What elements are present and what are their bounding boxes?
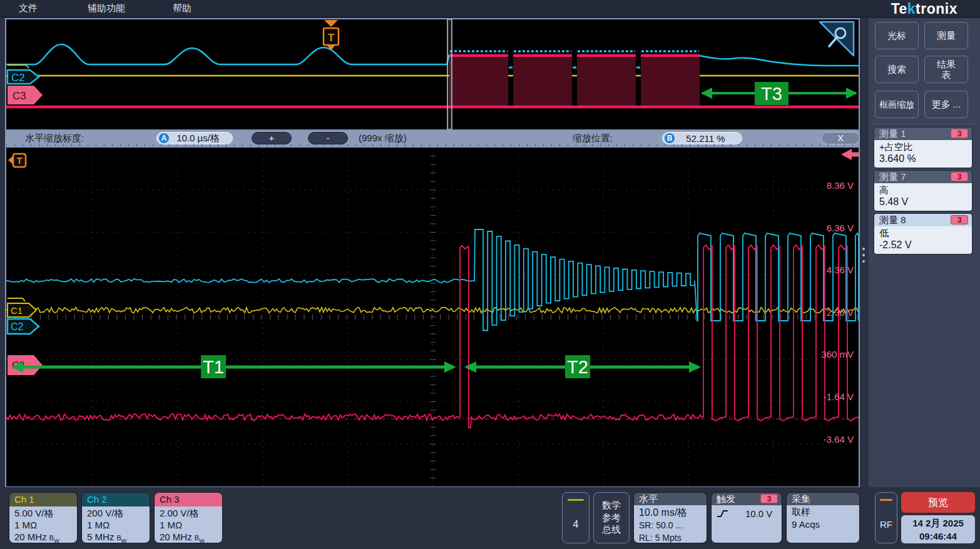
measurement-name: 高 xyxy=(879,184,967,196)
ch1-label-text: C1 xyxy=(11,305,23,316)
rf-button[interactable]: RF xyxy=(875,492,897,543)
ch2-bandwidth-value: 5 MHz xyxy=(87,531,114,542)
ch3-badge[interactable]: Ch 3 2.00 V/格 1 MΩ 20 MHz BW xyxy=(154,492,223,543)
ch1-scale: 5.00 V/格 xyxy=(14,507,77,519)
panel-splitter-handle[interactable] xyxy=(862,248,866,266)
ch2-bandwidth: 5 MHz BW xyxy=(87,531,150,543)
overview-waveform-panel[interactable]: T T3 C2 C3 xyxy=(5,18,860,131)
overview-trigger-marker[interactable]: T xyxy=(324,20,339,51)
preview-button[interactable]: 预览 xyxy=(901,492,975,513)
knob-a-icon: A xyxy=(159,133,169,143)
ch3-trace xyxy=(6,245,859,428)
measurement-title: 测量 7 3 xyxy=(874,171,972,183)
logo-text: tronix xyxy=(916,1,957,17)
source-channel-badge: 3 xyxy=(951,129,968,138)
menu-bar: 文件 辅助功能 帮助 xyxy=(0,0,980,18)
overview-ch2-label[interactable]: C2 xyxy=(8,70,39,84)
math-ref-bus-button[interactable]: 数学 参考 总线 xyxy=(593,492,630,543)
measurement-title-text: 测量 7 xyxy=(879,171,906,182)
more-button[interactable]: 更多 ... xyxy=(924,91,968,118)
zoom-position-knob[interactable]: B 52.211 % xyxy=(662,132,742,144)
ch3-bandwidth-value: 20 MHz xyxy=(160,531,192,542)
bw-icon: B xyxy=(117,534,121,541)
main-ch3-label[interactable]: C3 xyxy=(8,355,43,375)
sample-rate: SR: 50.0 ... xyxy=(639,519,707,531)
measurement-value: 5.48 V xyxy=(879,196,967,208)
measurement-title: 测量 1 3 xyxy=(874,128,972,140)
date-text: 14 2月 2025 xyxy=(901,516,975,530)
measure-button[interactable]: 测量 xyxy=(924,22,968,49)
overview-ch2-trace-decay xyxy=(700,56,859,66)
overview-ch3-label[interactable]: C3 xyxy=(8,86,43,104)
axis-label: -3.64 V xyxy=(804,434,854,445)
ch1-bandwidth: 20 MHz BW xyxy=(14,531,77,543)
trigger-badge[interactable]: 触发 3 10.0 V xyxy=(711,492,782,543)
rf-indicator xyxy=(880,499,892,501)
menu-utility[interactable]: 辅助功能 xyxy=(88,3,125,14)
acquisition-mode: 取样 xyxy=(792,506,859,518)
measurement-badge-7[interactable]: 测量 7 3 高 5.48 V xyxy=(874,170,972,211)
ch1-badge[interactable]: Ch 1 5.00 V/格 1 MΩ 20 MHz BW xyxy=(9,492,78,543)
results-table-button[interactable]: 结果 表 xyxy=(924,56,968,83)
overview-svg: T T3 C2 C3 xyxy=(6,19,859,129)
t3-annotation: T3 xyxy=(701,82,857,105)
horizontal-body: 10.0 ms/格 SR: 50.0 ... RL: 5 Mpts xyxy=(634,505,707,543)
trigger-position-arrow[interactable] xyxy=(841,149,859,160)
ch2-badge-body: 200 V/格 1 MΩ 5 MHz BW xyxy=(82,506,150,543)
trigger-title-text: 触发 xyxy=(717,493,735,504)
rising-edge-icon xyxy=(717,509,729,518)
measurement-body: 低 -2.52 V xyxy=(874,226,972,254)
search-button[interactable]: 搜索 xyxy=(875,56,919,83)
zoom-close-button[interactable]: X xyxy=(821,132,860,144)
acquisition-title: 采集 xyxy=(787,493,859,505)
trigger-title: 触发 3 xyxy=(712,493,782,505)
measurement-name: +占空比 xyxy=(879,141,967,153)
acquisition-badge[interactable]: 采集 取样 9 Acqs xyxy=(786,492,860,543)
axis-label: 8.36 V xyxy=(804,180,854,191)
ch2-badge[interactable]: Ch 2 200 V/格 1 MΩ 5 MHz BW xyxy=(81,492,150,543)
ch2-impedance: 1 MΩ xyxy=(87,519,150,531)
measurement-value: 3.640 % xyxy=(879,153,967,165)
menu-help[interactable]: 帮助 xyxy=(173,3,191,14)
digital-channels-button[interactable]: 4 xyxy=(562,492,590,543)
ch3-impedance: 1 MΩ xyxy=(160,519,222,531)
graticule-center-ticks xyxy=(15,156,857,478)
horizontal-scale: 10.0 ms/格 xyxy=(639,506,707,519)
time-text: 09:46:44 xyxy=(901,530,975,543)
digital-channel-number: 4 xyxy=(563,519,589,530)
cursors-button[interactable]: 光标 xyxy=(875,22,919,49)
ch2-scale: 200 V/格 xyxy=(87,507,150,519)
main-waveform-display[interactable]: T C1 C2 C3 xyxy=(5,146,860,488)
menu-file[interactable]: 文件 xyxy=(19,3,38,14)
measurement-badge-8[interactable]: 测量 8 3 低 -2.52 V xyxy=(874,213,972,254)
main-trigger-marker[interactable]: T xyxy=(8,154,26,167)
axis-label: 360 mV xyxy=(804,349,854,360)
ch2-label-text: C2 xyxy=(11,321,24,332)
measurement-badge-1[interactable]: 测量 1 3 +占空比 3.640 % xyxy=(874,127,972,168)
measurement-title-text: 测量 8 xyxy=(879,214,906,225)
oscilloscope-screen: 文件 辅助功能 帮助 Tektronix T xyxy=(0,0,980,549)
ch3-badge-body: 2.00 V/格 1 MΩ 20 MHz BW xyxy=(155,506,222,543)
magnifier-icon[interactable] xyxy=(820,22,854,56)
trigger-t-label: T xyxy=(16,155,22,166)
ch3-label-text: C3 xyxy=(13,90,26,102)
t1-annotation: T1 xyxy=(11,355,456,378)
zoom-control-bar: 水平缩放标度: A 10.0 µs/格 + - (999x 缩放) 缩放位置: … xyxy=(5,131,860,146)
zoom-out-button[interactable]: - xyxy=(308,132,348,144)
zoom-scale-knob[interactable]: A 10.0 µs/格 xyxy=(156,132,233,144)
acquisition-body: 取样 9 Acqs xyxy=(787,505,859,543)
zoom-in-button[interactable]: + xyxy=(252,132,292,144)
ch2-label-text: C2 xyxy=(11,72,25,84)
draw-zoom-button[interactable]: 框画缩放 xyxy=(875,91,919,118)
zoom-factor-label: (999x 缩放) xyxy=(359,133,407,144)
axis-label: 6.36 V xyxy=(804,223,854,234)
zoom-window-indicator[interactable] xyxy=(447,19,452,129)
trigger-level: 10.0 V xyxy=(745,508,772,519)
bw-icon-sub: W xyxy=(199,538,205,543)
ch3-scale: 2.00 V/格 xyxy=(160,507,222,519)
zoom-scale-value: 10.0 µs/格 xyxy=(169,133,232,144)
horizontal-badge[interactable]: 水平 10.0 ms/格 SR: 50.0 ... RL: 5 Mpts xyxy=(633,492,707,543)
ch1-badge-body: 5.00 V/格 1 MΩ 20 MHz BW xyxy=(9,506,77,543)
digital-active-indicator xyxy=(568,499,584,501)
main-ch2-label[interactable]: C2 xyxy=(8,319,39,334)
